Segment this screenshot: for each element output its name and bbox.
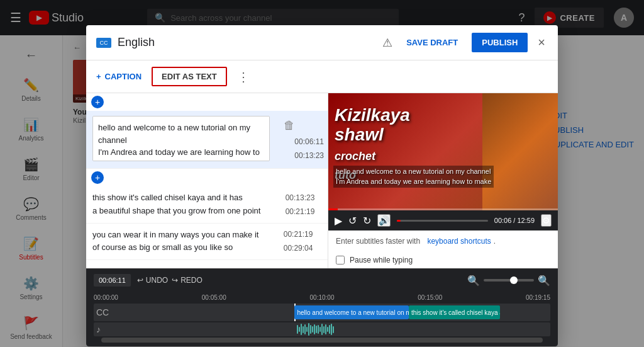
caption-start-time-1[interactable] [280,137,324,146]
rewind-button[interactable]: ↺ [348,215,357,227]
modal-body: + hello and welcome to a new tutorial on… [86,93,558,268]
caption-text-3: you can wear it in many ways you can mak… [86,224,265,260]
caption-clip-1[interactable]: hello and welcome to a new tutorial on m… [294,305,409,319]
warning-icon[interactable]: ⚠ [382,36,392,50]
caption-item-1: hello and welcome to a new tutorial on m… [86,111,328,169]
zoom-out-button[interactable]: 🔍 [467,275,480,287]
caption-track-icon: CC [96,307,109,317]
modal-overlay: CC English ⚠ SAVE DRAFT PUBLISH × + CAPT… [0,0,644,347]
modal-header-actions: ⚠ SAVE DRAFT PUBLISH × [382,33,548,52]
caption-start-time-3[interactable] [269,230,313,239]
video-controls: ▶ ↺ ↻ 🔊 00:06 / 12:59 ⚙ [328,210,558,230]
timeline-tracks: CC hello and welcome to a new tutorial o… [94,304,550,336]
video-settings-button[interactable]: ⚙ [541,214,552,227]
timeline-ruler: 00:00:00 00:05:00 00:10:00 00:15:00 00:1… [94,294,550,304]
caption-end-time-3[interactable] [269,244,313,253]
edit-as-text-button[interactable]: EDIT AS TEXT [152,67,227,86]
save-draft-button[interactable]: SAVE DRAFT [400,34,464,51]
more-options-button[interactable]: ⋮ [237,69,250,84]
progress-bar[interactable] [397,220,488,222]
forward-button[interactable]: ↻ [363,215,371,227]
add-caption-button[interactable]: + CAPTION [96,72,142,81]
pause-row: Pause while typing [328,252,558,268]
add-row-2: + [86,169,328,186]
caption-start-time-2[interactable] [270,193,314,202]
audio-waveform [294,322,550,336]
undo-button[interactable]: ↩ UNDO [137,276,168,285]
keyboard-shortcuts-link[interactable]: keyboard shortcuts [427,237,491,246]
modal-header: CC English ⚠ SAVE DRAFT PUBLISH × [86,25,558,60]
time-display: 00:06 / 12:59 [494,217,535,224]
caption-timestamps-2 [267,186,318,223]
publish-button[interactable]: PUBLISH [472,33,528,52]
redo-icon: ↪ [172,276,178,285]
caption-text-2: this show it's called chisel kaya and it… [86,186,267,223]
zoom-thumb [510,276,518,284]
caption-clip-2[interactable]: this show it's called chisel kaya and it… [409,305,500,319]
caption-end-time-1[interactable] [280,151,324,160]
pause-checkbox[interactable] [336,256,345,265]
video-panel: Kizilkayashawlcrochettuto hello and welc… [328,93,558,268]
subtitle-hint: Enter subtitles faster with keyboard sho… [328,230,558,252]
caption-textarea-1[interactable]: hello and welcome to a new tutorial on m… [92,116,270,161]
video-preview: Kizilkayashawlcrochettuto hello and welc… [328,93,558,210]
undo-redo: ↩ UNDO ↪ REDO [137,276,203,285]
add-row-1: + [86,93,328,111]
zoom-slider[interactable] [484,279,534,282]
caption-timestamps-3 [265,224,316,260]
timeline: 00:00:00 00:05:00 00:10:00 00:15:00 00:1… [86,292,558,346]
add-caption-2-button[interactable]: + [91,171,104,184]
subtitles-modal: CC English ⚠ SAVE DRAFT PUBLISH × + CAPT… [86,25,558,346]
caption-content-1: hello and welcome to a new tutorial on m… [86,111,276,168]
zoom-in-button[interactable]: 🔍 [538,275,550,287]
caption-item-3[interactable]: you can wear it in many ways you can mak… [86,224,328,261]
footer-toolbar: 00:06:11 ↩ UNDO ↪ REDO 🔍 [86,269,558,292]
current-time-badge: 00:06:11 [94,274,131,287]
undo-icon: ↩ [137,276,143,285]
modal-language-title: English [118,36,376,49]
caption-timestamps-1: 🗑 [276,111,328,168]
close-button[interactable]: × [535,33,548,52]
pause-label: Pause while typing [350,256,413,265]
audio-track-icon: ♪ [96,324,101,334]
caption-item-2[interactable]: this show it's called chisel kaya and it… [86,186,328,224]
language-icon: CC [96,38,111,48]
horizontal-scrollbar[interactable] [101,338,543,343]
redo-button[interactable]: ↪ REDO [172,276,203,285]
caption-delete-1-button[interactable]: 🗑 [280,119,324,132]
progress-fill [397,220,401,222]
zoom-controls: 🔍 🔍 [467,275,550,287]
caption-end-time-2[interactable] [270,207,314,216]
plus-icon: + [96,72,101,81]
video-subtitle-overlay: hello and welcome to a new tutorial on m… [333,166,494,188]
modal-footer: 00:06:11 ↩ UNDO ↪ REDO 🔍 [86,268,558,346]
volume-button[interactable]: 🔊 [377,214,391,227]
caption-track: CC hello and welcome to a new tutorial o… [94,304,550,321]
caption-list: + hello and welcome to a new tutorial on… [86,93,328,268]
add-caption-1-button[interactable]: + [91,96,104,108]
audio-track: ♪ [94,322,550,336]
modal-toolbar: + CAPTION EDIT AS TEXT ⋮ [86,60,558,93]
play-button[interactable]: ▶ [335,215,342,227]
video-thumb-right [482,93,558,210]
